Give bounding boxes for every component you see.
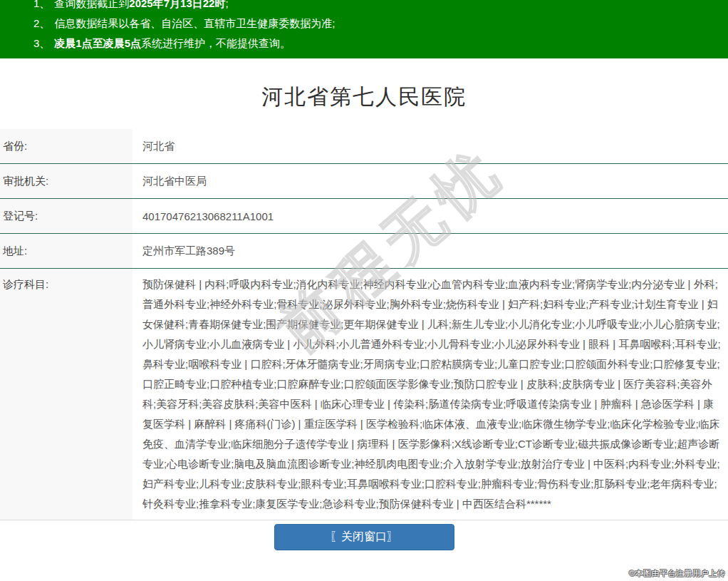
row-value-medical-departments: 预防保健科 | 内科;呼吸内科专业;消化内科专业;神经内科专业;心血管内科专业;… — [132, 269, 728, 520]
notice-line-3: 3、凌晨1点至凌晨5点系统进行维护，不能提供查询。 — [33, 34, 728, 53]
close-window-button[interactable]: 〖关闭窗口〗 — [274, 524, 454, 550]
row-label-medical-departments: 诊疗科目: — [0, 269, 132, 520]
row-label-registration-number: 登记号: — [0, 199, 132, 233]
notice-line-3-tail: 系统进行维护，不能提供查询。 — [141, 37, 291, 49]
notice-line-1-number: 1、 — [33, 0, 50, 9]
notice-line-1-tail: ; — [225, 0, 228, 9]
row-label-address: 地址: — [0, 234, 132, 268]
row-label-approval-authority: 审批机关: — [0, 164, 132, 198]
notice-bar: 1、查询数据截止到2025年7月13日22时; 2、信息数据结果以各省、自治区、… — [0, 0, 728, 58]
notice-line-2-text: 信息数据结果以各省、自治区、直辖市卫生健康委数据为准; — [54, 17, 335, 29]
table-row-registration-number: 登记号: 40170476213068211A1001 — [0, 199, 728, 234]
row-label-province: 省份: — [0, 129, 132, 163]
notice-line-3-number: 3、 — [33, 37, 50, 49]
copyright-watermark: ©本图由平台注册用户上传 — [629, 568, 725, 579]
table-row-address: 地址: 定州市军工路389号 — [0, 234, 728, 269]
page-title: 河北省第七人民医院 — [0, 83, 728, 112]
table-row-province: 省份: 河北省 — [0, 129, 728, 164]
notice-line-1: 1、查询数据截止到2025年7月13日22时; — [33, 0, 728, 14]
notice-line-1-text: 查询数据截止到 — [54, 0, 129, 9]
row-value-address: 定州市军工路389号 — [132, 234, 728, 268]
notice-line-2: 2、信息数据结果以各省、自治区、直辖市卫生健康委数据为准; — [33, 14, 728, 34]
row-value-approval-authority: 河北省中医局 — [132, 164, 728, 198]
table-row-medical-departments: 诊疗科目: 预防保健科 | 内科;呼吸内科专业;消化内科专业;神经内科专业;心血… — [0, 269, 728, 520]
hospital-info-table: 省份: 河北省 审批机关: 河北省中医局 登记号: 40170476213068… — [0, 129, 728, 520]
table-row-approval-authority: 审批机关: 河北省中医局 — [0, 164, 728, 199]
row-value-registration-number: 40170476213068211A1001 — [132, 199, 728, 233]
notice-line-3-bold: 凌晨1点至凌晨5点 — [54, 37, 141, 49]
row-value-province: 河北省 — [132, 129, 728, 163]
notice-line-1-bold: 2025年7月13日22时 — [129, 0, 225, 9]
button-row: 〖关闭窗口〗 — [0, 524, 728, 550]
notice-line-2-number: 2、 — [33, 17, 50, 29]
